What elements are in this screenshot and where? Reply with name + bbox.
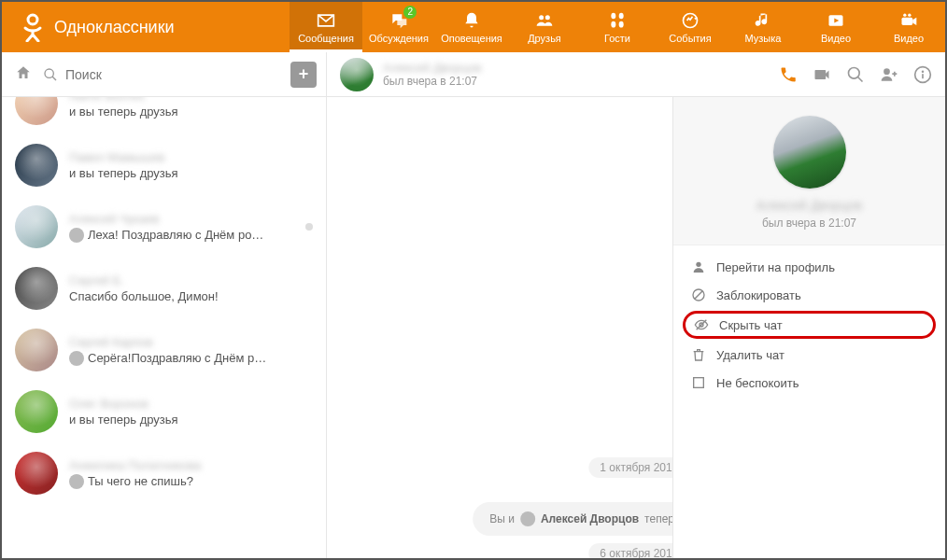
svg-point-0 [28,15,37,24]
top-nav: СообщенияОбсуждения2ОповещенияДрузьяГост… [290,2,945,52]
nav-label: События [669,33,711,44]
chat-item[interactable]: Сергей Б.Спасибо большое, Димон! [2,258,326,319]
menu-label: Удалить чат [716,348,784,362]
nav-icon [316,10,336,31]
chat-preview: Ты чего не спишь? [69,474,313,489]
panel-status: был вчера в 21:07 [683,217,936,230]
nav-item-5[interactable]: События [654,2,727,52]
svg-line-15 [858,77,863,81]
video-icon[interactable] [813,65,831,84]
nav-label: Музыка [745,33,782,44]
nav-item-1[interactable]: Обсуждения2 [362,2,435,52]
sysmsg-name: Алексей Дворцов [541,512,639,525]
chat-item[interactable]: Павел Мамышеви вы теперь друзья [2,134,326,196]
chat-preview: и вы теперь друзья [69,166,313,180]
svg-point-3 [611,13,615,20]
chat-preview: и вы теперь друзья [69,105,313,119]
svg-point-14 [849,67,860,78]
nav-label: Друзья [528,33,561,44]
contact-status: был вчера в 21:07 [383,75,481,88]
nav-label: Гости [604,33,630,44]
panel-menu: Перейти на профильЗаблокироватьСкрыть ча… [673,245,945,404]
nav-item-6[interactable]: Музыка [727,2,799,52]
date-separator: 6 октября 201 [588,543,683,558]
panel-menu-item-0[interactable]: Перейти на профиль [673,253,945,281]
nav-icon [461,10,482,31]
call-icon[interactable] [779,65,798,84]
contact-name[interactable]: Алексей Дворцов [383,61,481,75]
svg-point-2 [545,15,550,20]
panel-menu-item-1[interactable]: Заблокировать [673,281,945,309]
chat-avatar [15,144,58,187]
chat-avatar [15,329,58,371]
menu-icon [690,375,707,390]
nav-icon [534,10,555,31]
nav-item-8[interactable]: Видео [872,2,945,52]
panel-menu-item-4[interactable]: Не беспокоить [673,369,945,397]
mini-avatar-icon [69,474,84,489]
search-box[interactable] [43,67,283,82]
menu-icon [690,259,707,274]
svg-point-5 [611,21,615,28]
panel-name[interactable]: Алексей Дворцов [683,198,936,213]
nav-item-4[interactable]: Гости [581,2,654,52]
compose-button[interactable]: + [290,62,317,88]
menu-icon [690,287,707,302]
menu-label: Перейти на профиль [716,260,835,274]
nav-badge: 2 [403,6,417,19]
unread-dot [305,223,313,231]
nav-label: Сообщения [298,33,354,44]
mini-avatar-icon [69,351,84,366]
search-in-chat-icon[interactable] [846,65,865,84]
menu-icon [693,317,710,332]
chat-avatar [15,205,58,248]
chat-item[interactable]: Олег Воронови вы теперь друзья [2,381,326,442]
panel-head: Алексей Дворцов был вчера в 21:07 [673,97,945,245]
info-icon[interactable] [913,65,932,84]
nav-icon [680,10,700,31]
svg-line-22 [695,291,702,299]
nav-item-0[interactable]: Сообщения [290,2,362,52]
home-icon[interactable] [11,61,35,89]
add-person-icon[interactable] [880,65,898,84]
top-header: Одноклассники СообщенияОбсуждения2Оповещ… [2,2,945,52]
svg-point-1 [539,15,544,20]
svg-point-4 [619,13,624,20]
chat-name: Павел Мамышев [69,150,313,164]
nav-label: Видео [894,33,924,44]
svg-point-11 [908,14,911,17]
svg-point-16 [883,68,890,75]
chat-name: Сергей Карпов [69,335,313,349]
chat-preview: Леха! Поздравляю с Днём ро… [69,228,313,243]
nav-item-7[interactable]: Видео [799,2,872,52]
ok-logo-icon [21,12,45,42]
svg-rect-25 [694,378,704,388]
chat-preview: и вы теперь друзья [69,413,313,427]
mini-avatar-icon [69,228,84,243]
panel-avatar[interactable] [773,116,846,189]
chat-item[interactable]: Сергей КарповСерёга!Поздравляю с Днём р… [2,319,326,381]
chat-item[interactable]: Алексей ЧукаевЛеха! Поздравляю с Днём ро… [2,196,326,258]
nav-label: Оповещения [441,33,502,44]
menu-label: Не беспокоить [716,376,799,390]
chat-preview: Серёга!Поздравляю с Днём р… [69,351,313,366]
panel-menu-item-3[interactable]: Удалить чат [673,341,945,369]
chat-item[interactable]: Name Blurredи вы теперь друзья [2,97,326,134]
svg-rect-19 [922,74,924,78]
panel-menu-item-2[interactable]: Скрыть чат [683,311,936,339]
chat-list: Name Blurredи вы теперь друзьяПавел Мамы… [2,97,326,558]
conversation-header: Алексей Дворцов был вчера в 21:07 [327,52,945,97]
nav-item-2[interactable]: Оповещения [435,2,508,52]
main-area: + Name Blurredи вы теперь друзьяПавел Ма… [2,52,945,558]
nav-item-3[interactable]: Друзья [508,2,581,52]
chat-sidebar: + Name Blurredи вы теперь друзьяПавел Ма… [2,52,327,558]
logo[interactable]: Одноклассники [2,12,193,42]
svg-point-20 [696,262,700,267]
conversation-actions [779,65,932,84]
nav-label: Обсуждения [369,33,429,44]
svg-point-18 [922,70,925,73]
contact-avatar[interactable] [340,58,374,91]
search-input[interactable] [65,67,283,82]
conversation-pane: Алексей Дворцов был вчера в 21:07 1 октя… [327,52,945,558]
chat-item[interactable]: Анжелика ПолатниковаТы чего не спишь? [2,442,326,504]
